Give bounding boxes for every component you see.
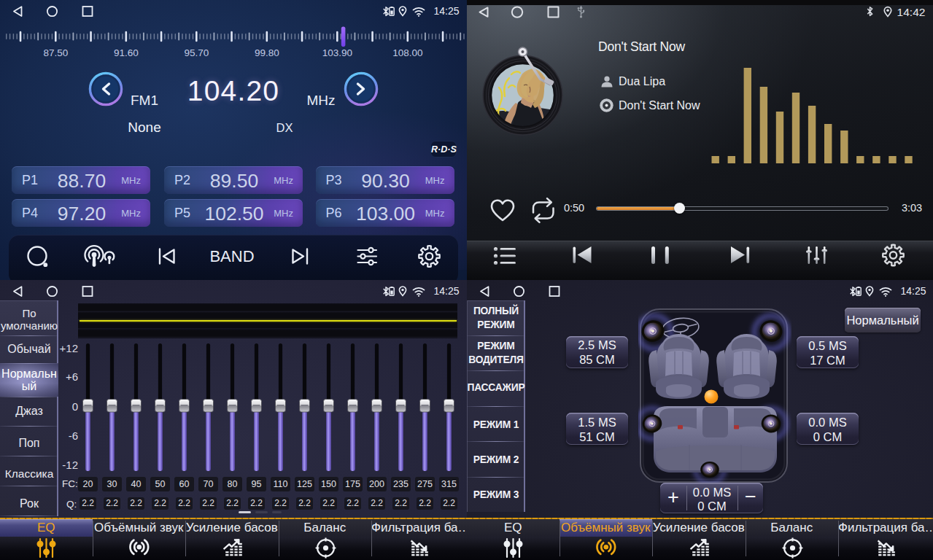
svg-text:95.70: 95.70 [184, 47, 209, 58]
svg-text:14:25: 14:25 [900, 285, 926, 297]
svg-text:87.50: 87.50 [43, 47, 68, 58]
svg-text:103.90: 103.90 [322, 47, 352, 58]
svg-text:99.80: 99.80 [255, 47, 279, 58]
svg-text:14:42: 14:42 [897, 6, 926, 18]
svg-text:BAND: BAND [209, 247, 254, 265]
svg-text:91.60: 91.60 [114, 47, 139, 58]
svg-text:108.00: 108.00 [392, 47, 422, 58]
